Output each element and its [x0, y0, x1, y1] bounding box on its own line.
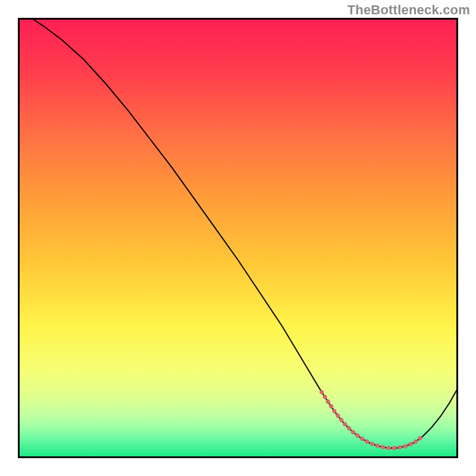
- plot-area: [18, 18, 458, 458]
- chart-lines: [18, 18, 458, 458]
- series-highlight-segment: [322, 392, 423, 448]
- attribution-label: TheBottleneck.com: [347, 2, 470, 18]
- series-main-curve: [31, 18, 458, 448]
- chart-container: TheBottleneck.com: [0, 0, 476, 476]
